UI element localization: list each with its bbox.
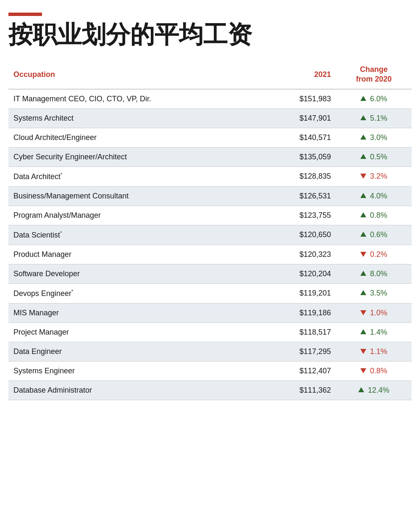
table-row: Cyber Security Engineer/Architect$135,05…	[8, 147, 412, 166]
change-cell: 0.2%	[336, 245, 412, 264]
occupation-cell: Program Analyst/Manager	[8, 206, 269, 225]
table-row: Data Architect*$128,835 3.2%	[8, 166, 412, 186]
change-cell: 4.0%	[336, 186, 412, 206]
table-row: Systems Architect$147,901 5.1%	[8, 108, 412, 128]
change-cell: 0.8%	[336, 361, 412, 380]
change-cell: 1.0%	[336, 303, 412, 322]
table-row: Product Manager$120,323 0.2%	[8, 245, 412, 264]
occupation-cell: Database Administrator	[8, 380, 269, 400]
salary-cell: $118,517	[269, 322, 336, 342]
table-container: Occupation 2021 Changefrom 2020 IT Manag…	[8, 61, 412, 400]
change-cell: 3.2%	[336, 166, 412, 186]
table-row: Software Developer$120,204 8.0%	[8, 264, 412, 283]
occupation-cell: Data Engineer	[8, 342, 269, 361]
salary-cell: $119,201	[269, 283, 336, 303]
occupation-cell: Product Manager	[8, 245, 269, 264]
table-row: Database Administrator$111,362 12.4%	[8, 380, 412, 400]
occupation-cell: Cyber Security Engineer/Architect	[8, 147, 269, 166]
page-title: 按职业划分的平均工资	[8, 21, 412, 48]
occupation-cell: Data Scientist*	[8, 225, 269, 245]
header-year: 2021	[269, 61, 336, 89]
table-row: Project Manager$118,517 1.4%	[8, 322, 412, 342]
salary-cell: $112,407	[269, 361, 336, 380]
top-bar	[8, 13, 42, 16]
salary-cell: $147,901	[269, 108, 336, 128]
change-cell: 6.0%	[336, 89, 412, 109]
salary-cell: $135,059	[269, 147, 336, 166]
table-row: Cloud Architect/Engineer$140,571 3.0%	[8, 128, 412, 147]
change-cell: 3.0%	[336, 128, 412, 147]
change-cell: 0.8%	[336, 206, 412, 225]
occupation-cell: Devops Engineer*	[8, 283, 269, 303]
salary-table: Occupation 2021 Changefrom 2020 IT Manag…	[8, 61, 412, 400]
occupation-cell: Systems Architect	[8, 108, 269, 128]
salary-cell: $140,571	[269, 128, 336, 147]
salary-cell: $151,983	[269, 89, 336, 109]
change-cell: 12.4%	[336, 380, 412, 400]
change-cell: 1.4%	[336, 322, 412, 342]
salary-cell: $117,295	[269, 342, 336, 361]
occupation-cell: Project Manager	[8, 322, 269, 342]
table-row: Program Analyst/Manager$123,755 0.8%	[8, 206, 412, 225]
table-row: Data Engineer$117,295 1.1%	[8, 342, 412, 361]
table-row: Data Scientist*$120,650 0.6%	[8, 225, 412, 245]
salary-cell: $128,835	[269, 166, 336, 186]
salary-cell: $123,755	[269, 206, 336, 225]
salary-cell: $111,362	[269, 380, 336, 400]
header-change: Changefrom 2020	[336, 61, 412, 89]
table-row: Devops Engineer*$119,201 3.5%	[8, 283, 412, 303]
salary-cell: $120,650	[269, 225, 336, 245]
change-cell: 5.1%	[336, 108, 412, 128]
table-row: MIS Manager$119,186 1.0%	[8, 303, 412, 322]
table-row: IT Management CEO, CIO, CTO, VP, Dir.$15…	[8, 89, 412, 109]
table-row: Systems Engineer$112,407 0.8%	[8, 361, 412, 380]
change-cell: 3.5%	[336, 283, 412, 303]
occupation-cell: Cloud Architect/Engineer	[8, 128, 269, 147]
occupation-cell: Business/Management Consultant	[8, 186, 269, 206]
occupation-cell: IT Management CEO, CIO, CTO, VP, Dir.	[8, 89, 269, 109]
table-header-row: Occupation 2021 Changefrom 2020	[8, 61, 412, 89]
header-occupation: Occupation	[8, 61, 269, 89]
salary-cell: $120,323	[269, 245, 336, 264]
salary-cell: $126,531	[269, 186, 336, 206]
salary-cell: $120,204	[269, 264, 336, 283]
occupation-cell: Systems Engineer	[8, 361, 269, 380]
occupation-cell: MIS Manager	[8, 303, 269, 322]
change-cell: 0.5%	[336, 147, 412, 166]
change-cell: 1.1%	[336, 342, 412, 361]
occupation-cell: Data Architect*	[8, 166, 269, 186]
table-row: Business/Management Consultant$126,531 4…	[8, 186, 412, 206]
occupation-cell: Software Developer	[8, 264, 269, 283]
change-cell: 0.6%	[336, 225, 412, 245]
salary-cell: $119,186	[269, 303, 336, 322]
change-cell: 8.0%	[336, 264, 412, 283]
